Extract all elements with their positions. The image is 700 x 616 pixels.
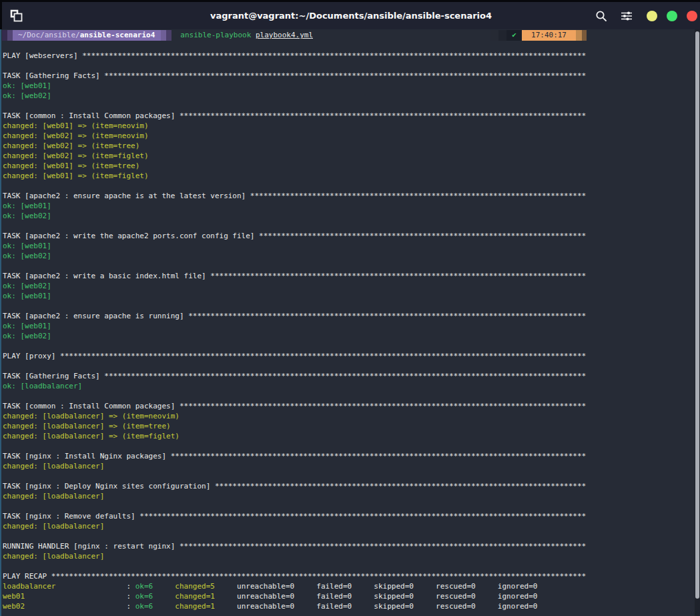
powerline-fade bbox=[7, 30, 13, 41]
terminal-line bbox=[3, 61, 700, 71]
terminal-line: changed: [loadbalancer] bbox=[3, 551, 700, 561]
terminal-line: changed: [web02] => (item=neovim) bbox=[3, 131, 700, 141]
terminal-line bbox=[3, 501, 700, 511]
terminal-line: ok: [web02] bbox=[3, 91, 700, 101]
terminal-line bbox=[3, 441, 700, 451]
prompt-path-segment: ~/Doc/ansible/ansible-scenario4 ansible-… bbox=[2, 30, 313, 41]
terminal-line: ok: [web01] bbox=[3, 291, 700, 301]
terminal-line: web01 : ok=6 changed=1 unreachable=0 fai… bbox=[3, 591, 700, 601]
terminal-line: changed: [loadbalancer] bbox=[3, 521, 700, 531]
terminal-line: web02 : ok=6 changed=1 unreachable=0 fai… bbox=[3, 601, 700, 611]
terminal-line: TASK [common : Install Common packages] … bbox=[3, 111, 700, 121]
terminal-line: TASK [nginx : Deploy Nginx sites configu… bbox=[3, 481, 700, 491]
terminal-line bbox=[3, 531, 700, 541]
terminal-line: TASK [apache2 : write the apache2 ports.… bbox=[3, 231, 700, 241]
terminal-line bbox=[3, 181, 700, 191]
terminal-line: loadbalancer : ok=6 changed=5 unreachabl… bbox=[3, 581, 700, 591]
scrollbar-thumb[interactable] bbox=[695, 31, 699, 599]
left-accent-strip bbox=[0, 29, 1, 616]
clock-time: 17:40:17 bbox=[522, 30, 576, 41]
terminal-line bbox=[3, 471, 700, 481]
terminal-line: TASK [Gathering Facts] *****************… bbox=[3, 71, 700, 81]
terminal-line bbox=[3, 261, 700, 271]
terminal-line: ok: [web01] bbox=[3, 321, 700, 331]
minimize-button[interactable] bbox=[647, 11, 657, 21]
terminal-line: TASK [common : Install Common packages] … bbox=[3, 401, 700, 411]
titlebar-actions bbox=[595, 2, 697, 29]
search-icon[interactable] bbox=[595, 9, 608, 23]
current-directory: ~/Doc/ansible/ansible-scenario4 bbox=[13, 30, 161, 41]
terminal-line: RUNNING HANDLER [nginx : restart nginx] … bbox=[3, 541, 700, 551]
terminal-line: TASK [Gathering Facts] *****************… bbox=[3, 371, 700, 381]
terminal-line: TASK [apache2 : write a basic index.html… bbox=[3, 271, 700, 281]
terminal-line: changed: [web02] => (item=figlet) bbox=[3, 151, 700, 161]
powerline-fade bbox=[498, 30, 506, 41]
terminal-line bbox=[3, 361, 700, 371]
terminal-line bbox=[3, 41, 700, 51]
shell-prompt: ~/Doc/ansible/ansible-scenario4 ansible-… bbox=[0, 29, 700, 41]
terminal-line: changed: [web01] => (item=figlet) bbox=[3, 171, 700, 181]
terminal-line: ok: [web01] bbox=[3, 241, 700, 251]
powerline-fade bbox=[166, 30, 171, 41]
terminal-line bbox=[3, 561, 700, 571]
terminal-line bbox=[3, 301, 700, 311]
powerline-fade bbox=[490, 30, 498, 41]
terminal-line: changed: [web01] => (item=tree) bbox=[3, 161, 700, 171]
terminal-line: changed: [web01] => (item=neovim) bbox=[3, 121, 700, 131]
terminal-line bbox=[3, 221, 700, 231]
terminal-line: ok: [web02] bbox=[3, 251, 700, 261]
terminal-line: TASK [nginx : Remove defaults] *********… bbox=[3, 511, 700, 521]
path-prefix: ~/Doc/ansible/ bbox=[18, 31, 80, 39]
terminal-line: ok: [web02] bbox=[3, 331, 700, 341]
close-button[interactable] bbox=[687, 11, 697, 21]
terminal-line bbox=[3, 101, 700, 111]
terminal-line: ok: [web01] bbox=[3, 201, 700, 211]
command-argument: playbook4.yml bbox=[256, 30, 313, 41]
terminal-line: ok: [web01] bbox=[3, 81, 700, 91]
terminal-line: ok: [web02] bbox=[3, 211, 700, 221]
powerline-fade bbox=[576, 30, 582, 41]
terminal-line: TASK [apache2 : ensure apache is running… bbox=[3, 311, 700, 321]
terminal-line: PLAY [proxy] ***************************… bbox=[3, 351, 700, 361]
terminal-line: PLAY [webservers] **********************… bbox=[3, 51, 700, 61]
terminal-line: TASK [nginx : Install Nginx packages] **… bbox=[3, 451, 700, 461]
terminal-line: TASK [apache2 : ensure apache is at the … bbox=[3, 191, 700, 201]
terminal-window: vagrant@vagrant:~/Documents/ansible/ansi… bbox=[0, 0, 700, 616]
terminal-line bbox=[3, 391, 700, 401]
terminal-line: changed: [loadbalancer] bbox=[3, 491, 700, 501]
powerline-fade bbox=[161, 30, 166, 41]
scrollbar[interactable] bbox=[695, 29, 700, 616]
powerline-fade bbox=[582, 30, 587, 41]
terminal-body[interactable]: ~/Doc/ansible/ansible-scenario4 ansible-… bbox=[0, 29, 700, 616]
terminal-line: changed: [loadbalancer] => (item=figlet) bbox=[3, 431, 700, 441]
terminal-output: PLAY [webservers] **********************… bbox=[0, 41, 700, 611]
terminal-line bbox=[3, 341, 700, 351]
preferences-sliders-icon[interactable] bbox=[620, 9, 633, 23]
terminal-line: PLAY RECAP *****************************… bbox=[3, 571, 700, 581]
terminal-line: ok: [loadbalancer] bbox=[3, 381, 700, 391]
terminal-line: ok: [web02] bbox=[3, 281, 700, 291]
terminal-line: changed: [loadbalancer] => (item=neovim) bbox=[3, 411, 700, 421]
maximize-button[interactable] bbox=[667, 11, 677, 21]
terminal-line: changed: [loadbalancer] => (item=tree) bbox=[3, 421, 700, 431]
powerline-fade bbox=[2, 30, 7, 41]
status-ok-icon: ✔ bbox=[506, 30, 522, 41]
path-name: ansible-scenario4 bbox=[80, 31, 155, 39]
command-text: ansible-playbook bbox=[180, 30, 251, 41]
terminal-line: changed: [web02] => (item=tree) bbox=[3, 141, 700, 151]
titlebar[interactable]: vagrant@vagrant:~/Documents/ansible/ansi… bbox=[0, 2, 700, 29]
prompt-status-segment: ✔ 17:40:17 bbox=[490, 30, 587, 41]
terminal-line: changed: [loadbalancer] bbox=[3, 461, 700, 471]
